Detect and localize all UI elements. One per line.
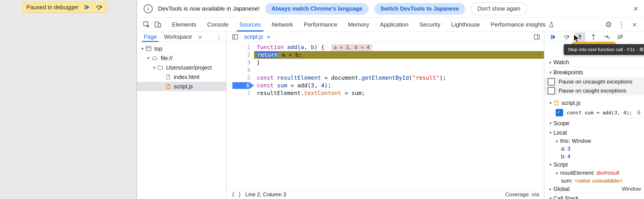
editor-tabbar: script.js × <box>226 32 544 42</box>
collapse-arrow-icon[interactable]: ▸ <box>548 60 554 65</box>
code-editor[interactable]: 1function add(a, b) {a = 3, b = 42return… <box>226 42 544 190</box>
scope-local-header[interactable]: ▾ Local <box>544 128 644 137</box>
gutter-line-number[interactable]: 4 <box>226 66 254 74</box>
resume-script-icon[interactable] <box>83 3 91 11</box>
navigator-tab-page[interactable]: Page <box>140 32 160 42</box>
step-over-button[interactable] <box>561 33 572 41</box>
pause-exceptions-checkbox-0[interactable] <box>548 78 555 86</box>
call-stack-section-header[interactable]: ▾ Call Stack <box>544 193 644 199</box>
variable-value: 3 <box>567 146 570 152</box>
expand-arrow-icon[interactable]: ▾ <box>548 130 554 135</box>
scope-script-header[interactable]: ▾ Script <box>544 160 644 169</box>
device-toolbar-icon[interactable] <box>152 19 164 30</box>
tab-close-icon[interactable]: × <box>267 34 270 40</box>
tree-item-label: Users/user/project <box>166 64 212 71</box>
tab-label: Application <box>380 21 408 28</box>
breakpoint-entry[interactable]: const sum = add(3, 4); 6 <box>544 107 644 118</box>
tab-memory[interactable]: Memory <box>342 18 374 32</box>
expand-arrow-icon[interactable]: ▾ <box>548 196 554 199</box>
toggle-navigator-panel-icon[interactable] <box>230 32 240 42</box>
code-text: resultElement.textContent = sum; <box>254 89 544 97</box>
code-line-5: 5const resultElement = document.getEleme… <box>226 74 544 82</box>
tab-sources[interactable]: Sources <box>234 18 266 32</box>
breakpoint-checkbox[interactable] <box>556 109 563 116</box>
scope-global-row[interactable]: ▸ Global Window <box>544 184 644 193</box>
watch-section-header[interactable]: ▸ Watch <box>544 57 644 67</box>
scope-section-header[interactable]: ▾ Scope <box>544 118 644 128</box>
scope-label: Scope <box>554 120 569 126</box>
gutter-line-number[interactable]: 2 <box>226 51 254 59</box>
gutter-line-number[interactable]: 7 <box>226 89 254 97</box>
scope-var-resultelement[interactable]: ▸resultElement: div#result <box>544 169 644 177</box>
collapse-arrow-icon[interactable]: ▸ <box>548 186 554 191</box>
pause-exceptions-checkbox-1[interactable] <box>548 87 555 95</box>
scope-var-sum[interactable]: sum: <value unavailable> <box>544 177 644 184</box>
global-value: Window <box>622 186 644 192</box>
breakpoint-marker[interactable]: 6 <box>232 82 254 89</box>
tree-item-top[interactable]: ▾top <box>137 44 226 53</box>
global-label: Global <box>554 186 570 192</box>
match-chrome-language-button[interactable]: Always match Chrome's language <box>265 3 369 15</box>
step-over-icon[interactable] <box>95 3 103 11</box>
step-button[interactable] <box>602 33 612 41</box>
tree-item-script-js[interactable]: script.js <box>137 82 226 91</box>
tab-elements[interactable]: Elements <box>166 18 202 32</box>
dont-show-again-button[interactable]: Don't show again <box>471 3 527 15</box>
notification-close-icon[interactable]: × <box>634 5 638 13</box>
deactivate-breakpoints-button[interactable] <box>615 33 626 41</box>
gutter-line-number[interactable]: 5 <box>226 74 254 82</box>
tab-security[interactable]: Security <box>414 18 446 32</box>
collapse-arrow-icon[interactable]: ▸ <box>554 170 560 175</box>
expand-arrow-icon[interactable]: ▾ <box>548 162 554 167</box>
breakpoints-section-header[interactable]: ▾ Breakpoints <box>544 67 644 77</box>
variable-name: resultElement <box>560 170 593 176</box>
expand-arrow-icon[interactable]: ▾ <box>548 100 554 106</box>
code-text: const sum = add(3, 4); <box>254 82 544 89</box>
tab-console[interactable]: Console <box>202 18 234 32</box>
expand-arrow-icon[interactable]: ▾ <box>548 121 554 126</box>
tab-performance-insights[interactable]: Performance insights <box>485 18 560 32</box>
expand-arrow-icon[interactable]: ▾ <box>146 56 151 61</box>
devtools-close-icon[interactable]: × <box>629 19 640 30</box>
pretty-print-braces-icon[interactable]: { } <box>232 191 241 198</box>
step-out-button[interactable] <box>588 33 599 41</box>
tab-network[interactable]: Network <box>266 18 298 32</box>
tree-item-users-user-project[interactable]: ▾Users/user/project <box>137 63 226 72</box>
paused-in-debugger-banner: Paused in debugger <box>22 2 107 13</box>
spacer <box>544 95 644 98</box>
scope-var-this[interactable]: ▸this: Window <box>544 137 644 145</box>
switch-to-japanese-button[interactable]: Switch DevTools to Japanese <box>374 3 465 15</box>
expand-arrow-icon[interactable]: ▾ <box>151 65 157 70</box>
navigator-menu-kebab-icon[interactable]: ⋮ <box>216 33 226 41</box>
code-lines: 1function add(a, b) {a = 3, b = 42return… <box>226 44 544 97</box>
gutter-line-number[interactable]: 1 <box>226 44 254 51</box>
breakpoint-file-group[interactable]: ▾ script.js <box>544 98 644 107</box>
navigator-tab-workspace[interactable]: Workspace <box>160 32 196 42</box>
tab-label: Performance insights <box>491 21 546 28</box>
inspect-element-icon[interactable] <box>141 19 152 30</box>
tree-item-file[interactable]: ▾file:// <box>137 53 226 63</box>
collapse-arrow-icon[interactable]: ▸ <box>554 138 560 144</box>
settings-gear-icon[interactable]: ⚙ <box>603 19 614 30</box>
more-options-kebab-icon[interactable]: ⋮ <box>616 19 627 30</box>
more-tabs-chevron-icon[interactable]: » <box>196 33 204 41</box>
gutter-line-number[interactable]: 6 <box>226 82 254 89</box>
tab-application[interactable]: Application <box>374 18 414 32</box>
main-tab-strip: ElementsConsoleSourcesNetworkPerformance… <box>166 18 560 32</box>
code-text: const resultElement = document.getElemen… <box>254 74 544 82</box>
breakpoint-line-number: 6 <box>638 109 640 116</box>
expand-arrow-icon[interactable]: ▾ <box>140 46 146 51</box>
tree-item-index-html[interactable]: index.html <box>137 72 226 82</box>
scope-var-b[interactable]: b: 4 <box>544 153 644 160</box>
resume-button[interactable] <box>548 33 558 41</box>
tab-lighthouse[interactable]: Lighthouse <box>446 18 485 32</box>
editor-file-tab[interactable]: script.js × <box>240 32 274 42</box>
gutter-line-number[interactable]: 3 <box>226 59 254 66</box>
tab-performance[interactable]: Performance <box>298 18 343 32</box>
scope-var-a[interactable]: a: 3 <box>544 145 644 153</box>
toggle-debugger-panel-icon[interactable] <box>532 32 542 42</box>
tab-label: Sources <box>240 21 261 28</box>
expand-arrow-icon[interactable]: ▾ <box>548 70 554 75</box>
cursor-position-label: Line 2, Column 3 <box>245 191 286 198</box>
code-line-3: 3} <box>226 59 544 66</box>
